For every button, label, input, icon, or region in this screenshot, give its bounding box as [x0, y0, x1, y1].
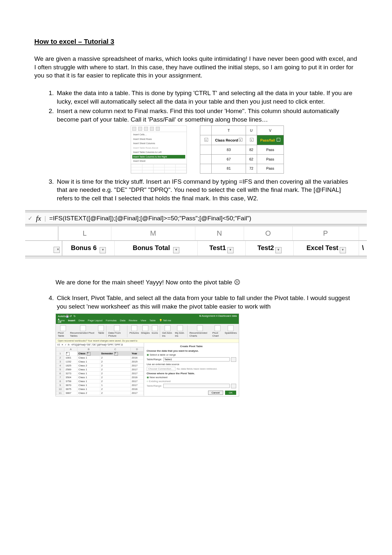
- steps-list: Make the data into a table. This is done…: [34, 89, 358, 203]
- workbook-name: ⧉ Assignment 4 Dashboard data: [199, 314, 237, 317]
- passfail-table-screenshot: T U V Class Record Pass/fail 83 82 Pass: [200, 126, 284, 173]
- pictures-icon[interactable]: [131, 325, 137, 331]
- formula-text[interactable]: =IFS(ISTEXT([@Final]);[@Final];[@Final]>…: [49, 215, 251, 222]
- choose-where-label: Choose where to place the Pivot Table.: [147, 372, 236, 375]
- choose-data-label: Choose the data that you want to analyse…: [147, 349, 236, 352]
- cell: 81: [212, 164, 246, 173]
- tab-view[interactable]: View: [140, 319, 146, 322]
- menu-insert-cells[interactable]: Insert Cells…: [132, 133, 185, 136]
- filter-dropdown-icon[interactable]: [275, 247, 282, 253]
- filter-dropdown-icon[interactable]: [239, 138, 242, 142]
- tab-data[interactable]: Data: [120, 319, 125, 322]
- cell: Pass: [257, 164, 284, 173]
- menu-insert-sheet-columns[interactable]: Insert Sheet Columns: [132, 142, 185, 145]
- column-letter[interactable]: O: [244, 227, 293, 240]
- radio-existing-worksheet[interactable]: Existing worksheet: [147, 380, 236, 383]
- step-3: Now it is time for the tricky stuff. Ins…: [56, 177, 358, 203]
- intro-paragraph: We are given a massive spreadsheet of ma…: [34, 55, 358, 80]
- filter-dropdown-icon[interactable]: [340, 247, 346, 253]
- pivot-dialog-screenshot: AutoSave ● Off ⌂ 💾 ↺ ↻ ⧉ Assignment 4 Da…: [56, 313, 239, 396]
- pivot-chart-icon[interactable]: [215, 325, 220, 331]
- tab-draw[interactable]: Draw: [78, 319, 85, 322]
- qat-home-icon[interactable]: ⌂: [62, 315, 64, 317]
- step-2: Insert a new column next to Final marks.…: [56, 107, 358, 173]
- formula-bar-screenshot: ✓ fx | =IFS(ISTEXT([@Final]);[@Final];[@…: [25, 210, 367, 259]
- col-T: T: [212, 126, 246, 135]
- sort-filter-icon: [150, 127, 154, 131]
- icons-icon[interactable]: [152, 325, 158, 331]
- cell: 82: [246, 145, 257, 155]
- filter-dropdown-icon[interactable]: [87, 352, 90, 356]
- shapes-icon[interactable]: [142, 325, 148, 331]
- filter-dropdown-icon[interactable]: [227, 247, 234, 253]
- qat-save-icon[interactable]: 💾: [66, 315, 68, 317]
- data-from-picture-icon[interactable]: [114, 325, 120, 331]
- table-range-label-2: Table/Range:: [147, 384, 162, 387]
- table-header: Bonus Total: [133, 244, 170, 251]
- class-record-header: Class Record: [215, 138, 238, 142]
- table-header: Bonus 6: [71, 244, 97, 251]
- column-letter[interactable]: N: [195, 227, 244, 240]
- recommended-pivot-icon[interactable]: [80, 325, 86, 331]
- cell-styles-icon: [132, 127, 136, 131]
- data-grid[interactable]: A B C D 1 Class Semester Year 21001Class…: [56, 347, 144, 395]
- table-header: Test2: [257, 244, 274, 251]
- filter-dropdown-icon[interactable]: [100, 247, 106, 253]
- autosave-toggle[interactable]: AutoSave ● Off: [58, 315, 60, 317]
- sparklines-icon[interactable]: [228, 325, 234, 331]
- filter-dropdown-icon[interactable]: [204, 138, 208, 142]
- column-letter[interactable]: L: [58, 227, 111, 240]
- qat-redo-icon[interactable]: ↻: [74, 315, 76, 317]
- ideas-icon: [156, 127, 160, 131]
- tab-page-layout[interactable]: Page Layout: [88, 319, 103, 322]
- filter-dropdown-icon[interactable]: [114, 352, 118, 356]
- table-header: Test1: [209, 244, 226, 251]
- formula-bar-mini[interactable]: =IFS([@Final]="DE","DE",[@Final]="DPR","…: [71, 344, 122, 346]
- insert-menu-screenshot: Insert Cells… Insert Sheet Rows Insert S…: [131, 126, 187, 173]
- pivot-table-icon[interactable]: [60, 325, 66, 331]
- table-range-input[interactable]: [163, 357, 230, 362]
- dialog-title: Create Pivot Table: [147, 344, 236, 348]
- my-addins-icon[interactable]: [177, 325, 183, 331]
- radio-new-worksheet[interactable]: New worksheet: [147, 376, 236, 379]
- step-4: Click Insert, Pivot Table, and select al…: [56, 294, 358, 311]
- menu-insert-table-cols-right[interactable]: Insert Table Columns to the Right: [132, 155, 185, 159]
- cancel-button[interactable]: Cancel: [208, 391, 223, 395]
- ok-button[interactable]: OK: [225, 391, 236, 395]
- menu-insert-table-rows[interactable]: Insert Table Rows Above: [132, 146, 185, 150]
- qat-undo-icon[interactable]: ↺: [70, 315, 72, 317]
- recommended-charts-icon[interactable]: [197, 325, 203, 331]
- cell: 67: [212, 155, 246, 164]
- filter-dropdown-icon[interactable]: [66, 352, 70, 356]
- namebox[interactable]: V2: [57, 344, 60, 346]
- tab-insert[interactable]: Insert: [68, 319, 75, 322]
- cell: 72: [246, 164, 257, 173]
- tab-formulas[interactable]: Formulas: [106, 319, 117, 322]
- radio-select-range[interactable]: Select a table or range: [147, 353, 236, 356]
- filter-dropdown-icon[interactable]: [54, 247, 60, 253]
- choose-connection-button[interactable]: Choose Connection…: [147, 367, 175, 371]
- range-picker-icon[interactable]: [231, 384, 236, 388]
- get-addins-icon[interactable]: [165, 325, 171, 331]
- filter-dropdown-icon[interactable]: [173, 247, 179, 253]
- table-icon[interactable]: [98, 325, 104, 331]
- tab-table[interactable]: Table: [149, 319, 155, 322]
- filter-dropdown-icon[interactable]: [277, 138, 280, 142]
- recovered-workbooks-msg[interactable]: Open recovered workbooks? Your recent ch…: [56, 339, 239, 343]
- tell-me[interactable]: 💡 Tell me: [159, 319, 171, 322]
- range-picker-icon[interactable]: [231, 357, 236, 362]
- menu-insert-table-cols-left[interactable]: Insert Table Columns to Left: [132, 150, 185, 154]
- filter-dropdown-icon[interactable]: [250, 138, 253, 142]
- column-letter[interactable]: P: [293, 227, 359, 240]
- tab-review[interactable]: Review: [129, 319, 137, 322]
- tab-home[interactable]: Home: [58, 319, 65, 322]
- formula-accept-icon[interactable]: ✓: [28, 215, 33, 222]
- menu-insert-sheet[interactable]: Insert Sheet: [132, 159, 185, 163]
- cell: 83: [212, 145, 246, 155]
- col-V: V: [257, 126, 284, 135]
- steps-list-cont: Click Insert, Pivot Table, and select al…: [34, 294, 358, 311]
- column-letter[interactable]: M: [111, 227, 195, 240]
- menu-insert-sheet-rows[interactable]: Insert Sheet Rows: [132, 137, 185, 141]
- autosum-icon: [144, 127, 148, 131]
- create-pivot-table-dialog: Create Pivot Table Choose the data that …: [144, 343, 239, 396]
